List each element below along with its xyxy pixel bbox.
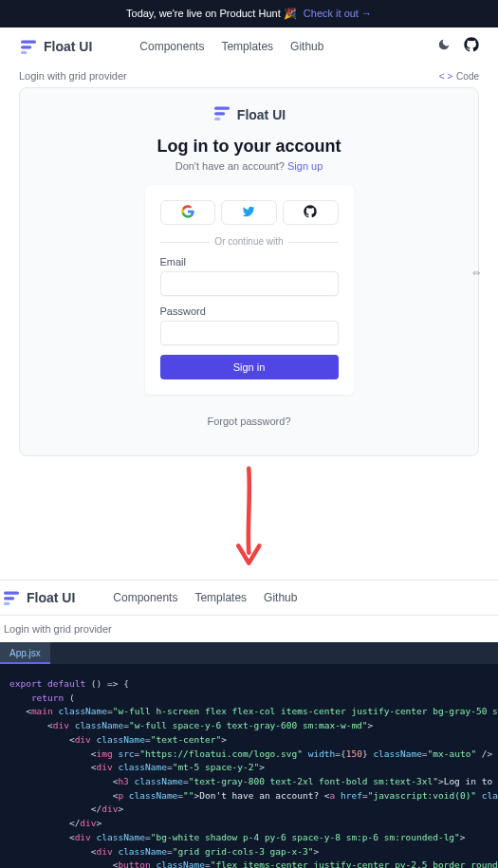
or-divider: Or continue with xyxy=(160,236,339,247)
float-ui-icon xyxy=(19,39,38,54)
nav-components[interactable]: Components xyxy=(139,40,204,53)
brand-logo[interactable]: Float UI xyxy=(2,590,75,605)
login-heading: Log in to your account xyxy=(157,137,341,157)
code-brackets-icon: < > xyxy=(439,71,452,82)
svg-rect-5 xyxy=(214,118,220,120)
brand-name: Float UI xyxy=(44,39,92,54)
twitter-login-button[interactable] xyxy=(221,200,277,225)
signup-link[interactable]: Sign up xyxy=(287,160,323,172)
code-label: Code xyxy=(456,71,479,82)
brand-logo[interactable]: Float UI xyxy=(19,39,92,54)
nav-templates[interactable]: Templates xyxy=(221,40,273,53)
twitter-icon xyxy=(242,205,255,221)
svg-rect-6 xyxy=(4,592,19,595)
arrow-annotation xyxy=(0,466,498,570)
svg-rect-7 xyxy=(4,597,14,600)
svg-rect-8 xyxy=(4,602,9,605)
preview-brand-name: Float UI xyxy=(237,107,286,122)
code-tabs: App.jsx xyxy=(0,642,498,664)
nav-templates[interactable]: Templates xyxy=(194,591,247,604)
nav-components[interactable]: Components xyxy=(113,591,177,604)
google-login-button[interactable] xyxy=(160,200,216,225)
party-emoji: 🎉 xyxy=(284,8,297,19)
theme-toggle-icon[interactable] xyxy=(437,38,451,54)
email-label: Email xyxy=(160,256,339,268)
tab-app-jsx[interactable]: App.jsx xyxy=(0,642,50,664)
svg-rect-1 xyxy=(21,46,31,48)
forgot-password-link[interactable]: Forgot password? xyxy=(207,416,290,427)
password-field[interactable] xyxy=(160,321,339,345)
preview-brand: Float UI xyxy=(212,105,286,123)
brand-name: Float UI xyxy=(27,590,75,605)
google-icon xyxy=(181,205,194,221)
svg-rect-2 xyxy=(21,50,27,53)
svg-rect-0 xyxy=(21,40,36,43)
svg-rect-4 xyxy=(214,112,225,115)
sub-prefix: Don't have an account? xyxy=(175,160,287,172)
site-header: Float UI Components Templates Github xyxy=(0,28,498,65)
primary-nav: Components Templates Github xyxy=(113,591,297,604)
code-toggle[interactable]: < > Code xyxy=(439,71,479,82)
password-label: Password xyxy=(160,305,339,317)
component-title-row: Login with grid provider < > Code xyxy=(0,65,498,87)
signin-button[interactable]: Sign in xyxy=(160,355,339,379)
github-login-button[interactable] xyxy=(283,200,339,225)
github-icon[interactable] xyxy=(464,37,479,55)
component-title: Login with grid provider xyxy=(0,616,498,642)
nav-github[interactable]: Github xyxy=(290,40,323,53)
github-icon xyxy=(304,205,317,221)
float-ui-icon xyxy=(212,105,231,123)
primary-nav: Components Templates Github xyxy=(139,40,323,53)
arrow-down-icon xyxy=(231,466,267,570)
email-field[interactable] xyxy=(160,271,339,296)
float-ui-icon xyxy=(2,590,21,605)
banner-text: Today, we're live on Product Hunt xyxy=(126,8,281,19)
login-subtext: Don't have an account? Sign up xyxy=(175,160,323,172)
resize-handle-icon[interactable]: ⇔ xyxy=(472,267,480,277)
svg-rect-3 xyxy=(214,107,230,110)
component-preview: ⇔ Float UI Log in to your account Don't … xyxy=(19,87,479,456)
component-title: Login with grid provider xyxy=(19,70,127,82)
banner-cta-link[interactable]: Check it out → xyxy=(304,8,372,19)
code-block: export default () => { return ( <main cl… xyxy=(0,664,498,868)
product-hunt-banner: Today, we're live on Product Hunt 🎉 Chec… xyxy=(0,0,498,28)
site-header-duplicate: Float UI Components Templates Github xyxy=(0,580,498,616)
login-card: Or continue with Email Password Sign in xyxy=(145,185,354,395)
nav-github[interactable]: Github xyxy=(264,591,297,604)
